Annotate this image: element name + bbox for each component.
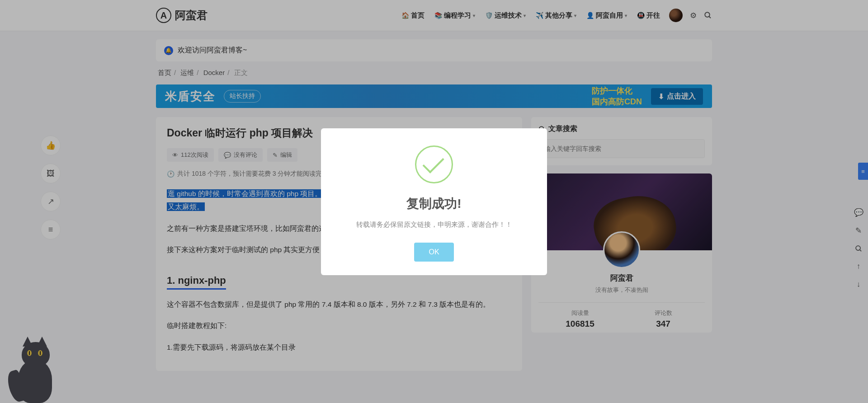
modal-title: 复制成功! [335, 195, 533, 212]
modal-text: 转载请务必保留原文链接，申明来源，谢谢合作！！ [335, 220, 533, 229]
success-icon [415, 145, 453, 183]
modal-overlay[interactable]: 复制成功! 转载请务必保留原文链接，申明来源，谢谢合作！！ OK [0, 0, 868, 371]
modal-ok-button[interactable]: OK [414, 243, 453, 262]
modal: 复制成功! 转载请务必保留原文链接，申明来源，谢谢合作！！ OK [321, 128, 547, 275]
